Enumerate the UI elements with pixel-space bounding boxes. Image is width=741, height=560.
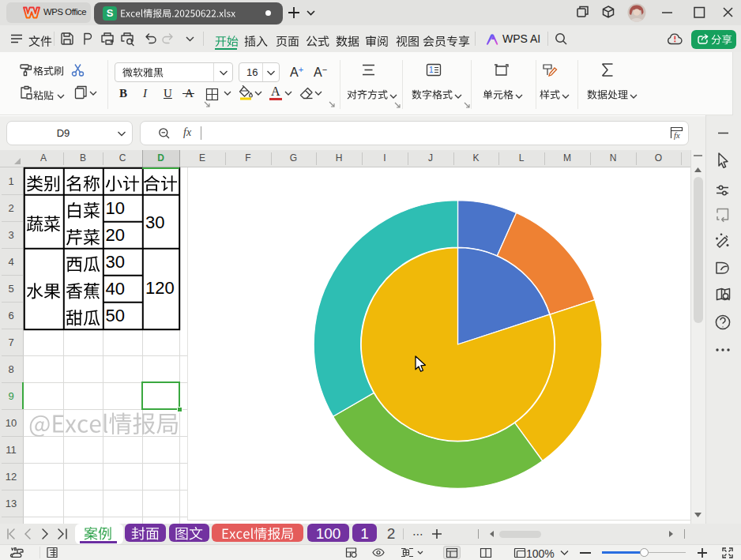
svg-text:1: 1 — [429, 66, 434, 74]
svg-text:fx: fx — [674, 131, 680, 140]
